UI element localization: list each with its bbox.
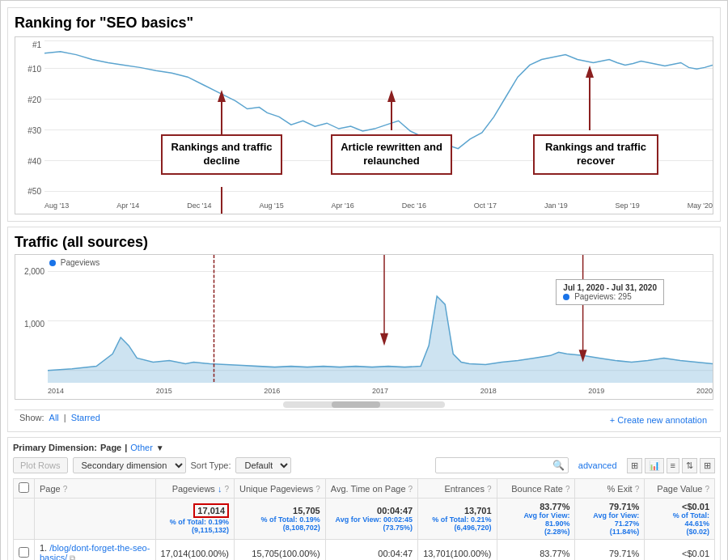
row1-external-icon[interactable]: ⧉ xyxy=(70,554,75,560)
table-row: 1. /blog/dont-forget-the-seo-basics/ ⧉ 1… xyxy=(14,540,715,561)
svg-marker-13 xyxy=(380,333,388,346)
primary-dim-page[interactable]: Page xyxy=(100,443,121,452)
ranking-y-axis: #1 #10 #20 #30 #40 #50 xyxy=(15,37,44,214)
secondary-dimension-select[interactable]: Secondary dimension xyxy=(73,457,186,473)
row1-exit: 79.71% xyxy=(575,540,645,561)
exit-help-icon: ? xyxy=(635,485,640,494)
col-page-value-header[interactable]: Page Value ? xyxy=(645,479,715,498)
row1-checkbox[interactable] xyxy=(14,540,35,561)
table-section: Primary Dimension: Page | Other ▼ Plot R… xyxy=(7,437,721,560)
svg-marker-5 xyxy=(387,90,396,102)
totals-page-cell xyxy=(35,498,156,540)
x-label-apr14: Apr '14 xyxy=(116,202,139,210)
traffic-x-2017: 2017 xyxy=(372,387,388,395)
sort-type-select[interactable]: Default xyxy=(235,457,291,473)
col-entrances-header[interactable]: Entrances ? xyxy=(418,479,497,498)
row1-avgtime: 00:04:47 xyxy=(325,540,417,561)
traffic-title: Traffic (all sources) xyxy=(15,234,713,251)
traffic-x-2018: 2018 xyxy=(480,387,497,395)
sort-type-label: Sort Type: xyxy=(191,460,231,470)
x-label-jan19: Jan '19 xyxy=(544,202,568,210)
avgtime-help-icon: ? xyxy=(408,485,413,494)
traffic-x-axis: 2014 2015 2016 2017 2018 2019 2020 xyxy=(48,383,713,399)
ranking-x-axis: Aug '13 Apr '14 Dec '14 Aug '15 Apr '16 … xyxy=(44,197,713,214)
traffic-chart-area: Pageviews 2,000 1,000 xyxy=(15,254,713,400)
dim-dropdown-icon[interactable]: ▼ xyxy=(156,443,164,452)
row1-bounce: 83.77% xyxy=(497,540,575,561)
search-box[interactable]: 🔍 xyxy=(435,457,569,473)
totals-pageviews-value: 17,014 xyxy=(193,503,229,518)
show-starred-link[interactable]: Starred xyxy=(71,413,100,422)
y-label-30: #30 xyxy=(28,126,41,135)
x-label-oct17: Oct '17 xyxy=(474,202,497,210)
totals-row: 17,014 % of Total: 0.19% (9,115,132) 15,… xyxy=(14,498,715,540)
traffic-section: Traffic (all sources) Pageviews 2,000 1,… xyxy=(7,227,721,432)
tooltip-dot xyxy=(563,294,569,300)
row1-unique: 15,705(100.00%) xyxy=(235,540,326,561)
col-exit-pct-header[interactable]: % Exit ? xyxy=(575,479,645,498)
col-pageviews-header[interactable]: Pageviews ↓ ? xyxy=(155,479,234,498)
totals-unique-cell: 15,705 % of Total: 0.19% (8,108,702) xyxy=(235,498,326,540)
x-label-aug13: Aug '13 xyxy=(44,202,69,210)
ranking-title: Ranking for "SEO basics" xyxy=(15,15,713,32)
col-page-header[interactable]: Page ? xyxy=(35,479,156,498)
traffic-x-2019: 2019 xyxy=(588,387,604,395)
tooltip-box: Jul 1, 2020 - Jul 31, 2020 Pageviews: 29… xyxy=(556,279,664,305)
show-all-link[interactable]: All xyxy=(49,413,59,422)
grid-view-icon[interactable]: ⊞ xyxy=(627,458,642,473)
show-bar-container: Show: All | Starred + Create new annotat… xyxy=(15,409,713,425)
ranking-chart-area: #1 #10 #20 #30 #40 #50 xyxy=(15,36,713,214)
page-help-icon: ? xyxy=(63,485,68,494)
annotation-recover: Rankings and traffic recover xyxy=(533,134,658,175)
col-unique-pageviews-header[interactable]: Unique Pageviews ? xyxy=(235,479,326,498)
plot-rows-button[interactable]: Plot Rows xyxy=(13,457,68,473)
y-label-20: #20 xyxy=(28,95,41,104)
y-label-50: #50 xyxy=(28,187,41,196)
traffic-x-2016: 2016 xyxy=(264,387,280,395)
scrollbar[interactable] xyxy=(283,401,445,408)
compare-icon[interactable]: ⇅ xyxy=(682,458,697,473)
svg-marker-1 xyxy=(218,90,226,102)
traffic-x-2020: 2020 xyxy=(696,387,713,395)
primary-dim-other[interactable]: Other xyxy=(130,443,153,452)
pivot-icon[interactable]: ⊞ xyxy=(700,458,715,473)
arrow-rewrite xyxy=(383,90,400,134)
x-label-dec14: Dec '14 xyxy=(187,202,211,210)
svg-marker-7 xyxy=(586,66,594,78)
totals-pageviews-cell: 17,014 % of Total: 0.19% (9,115,132) xyxy=(155,498,234,540)
row1-page-link[interactable]: /blog/dont-forget-the-seo-basics/ xyxy=(40,543,150,560)
col-bounce-rate-header[interactable]: Bounce Rate ? xyxy=(497,479,575,498)
arrow-recover xyxy=(582,66,598,138)
unique-help-icon: ? xyxy=(315,485,320,494)
totals-bounce-sub: Avg for View: 81.90% (2.28%) xyxy=(502,511,570,536)
bounce-help-icon: ? xyxy=(565,485,570,494)
data-table: Page ? Pageviews ↓ ? Unique Pageviews ? … xyxy=(13,478,715,560)
scrollbar-container[interactable] xyxy=(15,401,713,408)
row1-pageviews: 17,014(100.00%) xyxy=(155,540,234,561)
pageviews-help-icon: ? xyxy=(224,485,229,494)
totals-pageviews-pct: % of Total: 0.19% (9,115,132) xyxy=(161,518,229,534)
primary-dimension-bar: Primary Dimension: Page | Other ▼ xyxy=(13,443,715,452)
list-view-icon[interactable]: ≡ xyxy=(667,458,679,473)
view-icons: ⊞ 📊 ≡ ⇅ ⊞ xyxy=(627,458,715,473)
traffic-x-2014: 2014 xyxy=(48,387,64,395)
create-annotation-link[interactable]: + Create new annotation xyxy=(610,415,707,425)
col-checkbox xyxy=(14,479,35,498)
select-all-checkbox[interactable] xyxy=(19,482,29,493)
totals-checkbox-cell xyxy=(14,498,35,540)
scrollbar-thumb[interactable] xyxy=(332,401,380,408)
y-label-40: #40 xyxy=(28,157,41,166)
sort-icon: ↓ xyxy=(218,484,222,494)
chart-view-icon[interactable]: 📊 xyxy=(645,458,664,473)
row1-page[interactable]: 1. /blog/dont-forget-the-seo-basics/ ⧉ xyxy=(35,540,156,561)
toolbar: Plot Rows Secondary dimension Sort Type:… xyxy=(13,457,715,473)
totals-pagevalue-cell: <$0.01 % of Total: 44.61% ($0.02) xyxy=(645,498,715,540)
traffic-y-2000: 2,000 xyxy=(24,267,44,276)
search-input[interactable] xyxy=(439,460,552,470)
col-avg-time-header[interactable]: Avg. Time on Page ? xyxy=(325,479,417,498)
x-label-sep19: Sep '19 xyxy=(616,202,640,210)
totals-exit-cell: 79.71% Avg for View: 71.27% (11.84%) xyxy=(575,498,645,540)
advanced-link[interactable]: advanced xyxy=(578,460,617,470)
search-icon[interactable]: 🔍 xyxy=(552,460,565,471)
totals-unique-pct: % of Total: 0.19% (8,108,702) xyxy=(239,515,320,532)
